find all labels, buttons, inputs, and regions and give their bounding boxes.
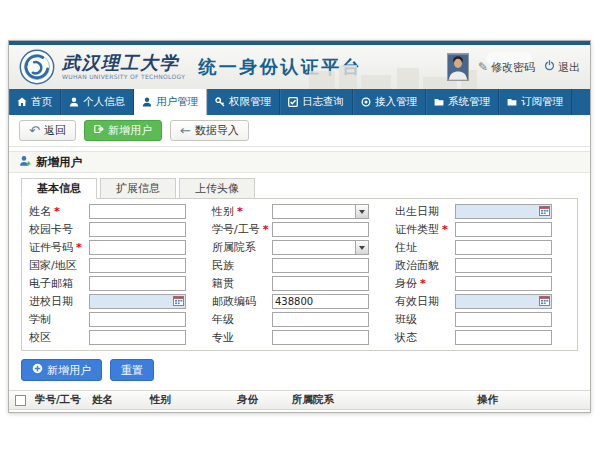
user-avatar[interactable] (447, 53, 469, 81)
class-input[interactable] (455, 312, 552, 327)
form-field-department: 所属院系 (209, 240, 390, 255)
form-tabs: 基本信息 扩展信息 上传头像 (21, 178, 578, 198)
results-table-header: 学号/工号 姓名 性别 身份 所属院系 操作 (9, 390, 590, 410)
form-field-ethnicity: 民族 (209, 258, 390, 273)
tab-basic-info[interactable]: 基本信息 (21, 178, 97, 199)
header-user-area: ✎ 修改密码 退出 (447, 53, 580, 81)
address-input[interactable] (455, 240, 552, 255)
political-status-input[interactable] (455, 258, 552, 273)
add-user-toolbar-button[interactable]: 新增用户 (84, 120, 162, 141)
postal-code-input[interactable] (272, 294, 369, 309)
add-user-icon (94, 124, 104, 137)
col-student-id: 学号/工号 (33, 393, 90, 407)
field-label: 所属院系 (212, 240, 256, 255)
native-place-input[interactable] (272, 276, 369, 291)
form-actions: 新增用户 重置 (21, 359, 590, 381)
col-gender: 性别 (148, 393, 235, 407)
field-label: 政治面貌 (395, 258, 439, 273)
campus-input[interactable] (89, 330, 186, 345)
col-operation: 操作 (475, 393, 590, 407)
col-identity: 身份 (235, 393, 290, 407)
department-select[interactable] (272, 240, 369, 255)
nav-item-home[interactable]: 首页 (9, 89, 61, 115)
log-check-icon (288, 97, 298, 107)
select-all-checkbox[interactable] (15, 395, 26, 406)
field-label: 国家/地区 (29, 258, 77, 273)
major-input[interactable] (272, 330, 369, 345)
field-label: 学制 (29, 312, 51, 327)
nav-item-access-management[interactable]: 接入管理 (353, 89, 426, 115)
required-marker: * (442, 223, 448, 236)
logout-link[interactable]: 退出 (544, 60, 580, 75)
back-button[interactable]: ↶ 返回 (19, 120, 76, 141)
field-label: 身份 (395, 276, 417, 291)
email-input[interactable] (89, 276, 186, 291)
data-import-button[interactable]: ← 数据导入 (170, 120, 249, 141)
field-label: 性别 (212, 204, 234, 219)
form-field-class: 班级 (392, 312, 573, 327)
field-label: 证件类型 (395, 222, 439, 237)
entry-date-input[interactable] (89, 294, 186, 309)
campus-card-input[interactable] (89, 222, 186, 237)
form-field-valid-date: 有效日期 (392, 294, 573, 309)
import-arrow-icon: ← (180, 124, 191, 137)
section-header: 新增用户 (9, 151, 590, 173)
field-label: 证件号码 (29, 240, 73, 255)
field-label: 班级 (395, 312, 417, 327)
tab-upload-avatar[interactable]: 上传头像 (179, 178, 255, 199)
form-field-id-type: 证件类型* (392, 222, 573, 237)
nav-item-user-management[interactable]: 用户管理 (134, 89, 207, 115)
valid-date-input[interactable] (455, 294, 552, 309)
form-field-entry-date: 进校日期 (26, 294, 207, 309)
chevron-down-icon[interactable] (355, 241, 368, 254)
submit-add-user-button[interactable]: 新增用户 (21, 359, 102, 381)
nav-item-personal-info[interactable]: 个人信息 (61, 89, 134, 115)
university-name-cn: 武汉理工大学 (62, 54, 185, 73)
ethnicity-input[interactable] (272, 258, 369, 273)
calendar-icon[interactable] (173, 295, 184, 308)
form-field-political-status: 政治面貌 (392, 258, 573, 273)
status-input[interactable] (455, 330, 552, 345)
home-icon (17, 97, 27, 107)
col-name: 姓名 (90, 393, 148, 407)
nav-item-log-query[interactable]: 日志查询 (280, 89, 353, 115)
form-field-gender: 性别* (209, 204, 390, 219)
id-number-input[interactable] (89, 240, 186, 255)
calendar-icon[interactable] (539, 295, 550, 308)
basic-info-panel: 姓名* 性别* 出生日期 校园卡号 学号/工号* (21, 198, 578, 351)
col-department: 所属院系 (290, 393, 475, 407)
nav-item-permission-management[interactable]: 权限管理 (207, 89, 280, 115)
back-arrow-icon: ↶ (29, 124, 40, 137)
change-password-link[interactable]: ✎ 修改密码 (478, 60, 535, 75)
user-icon (142, 97, 152, 107)
access-icon (361, 97, 371, 107)
required-marker: * (237, 205, 243, 218)
grade-input[interactable] (272, 312, 369, 327)
tab-extended-info[interactable]: 扩展信息 (100, 178, 176, 199)
required-marker: * (420, 277, 426, 290)
page-title: 统一身份认证平台 (198, 55, 362, 79)
user-icon (69, 97, 79, 107)
name-input[interactable] (89, 204, 186, 219)
nav-item-subscription-management[interactable]: 订阅管理 (499, 89, 572, 115)
form-field-major: 专业 (209, 330, 390, 345)
student-id-input[interactable] (272, 222, 369, 237)
field-label: 有效日期 (395, 294, 439, 309)
folder-icon (507, 97, 517, 107)
education-length-input[interactable] (89, 312, 186, 327)
nav-item-system-management[interactable]: 系统管理 (426, 89, 499, 115)
birth-date-input[interactable] (455, 204, 552, 219)
required-marker: * (76, 241, 82, 254)
identity-input[interactable] (455, 276, 552, 291)
country-region-input[interactable] (89, 258, 186, 273)
id-type-input[interactable] (455, 222, 552, 237)
reset-button[interactable]: 重置 (110, 359, 154, 381)
folder-icon (434, 97, 444, 107)
calendar-icon[interactable] (539, 205, 550, 218)
chevron-down-icon[interactable] (355, 205, 368, 218)
pencil-icon: ✎ (478, 61, 488, 73)
gender-select[interactable] (272, 204, 369, 219)
field-label: 校区 (29, 330, 51, 345)
form-area: 基本信息 扩展信息 上传头像 姓名* 性别* 出生日期 校园卡号 (9, 173, 590, 351)
form-field-birth-date: 出生日期 (392, 204, 573, 219)
